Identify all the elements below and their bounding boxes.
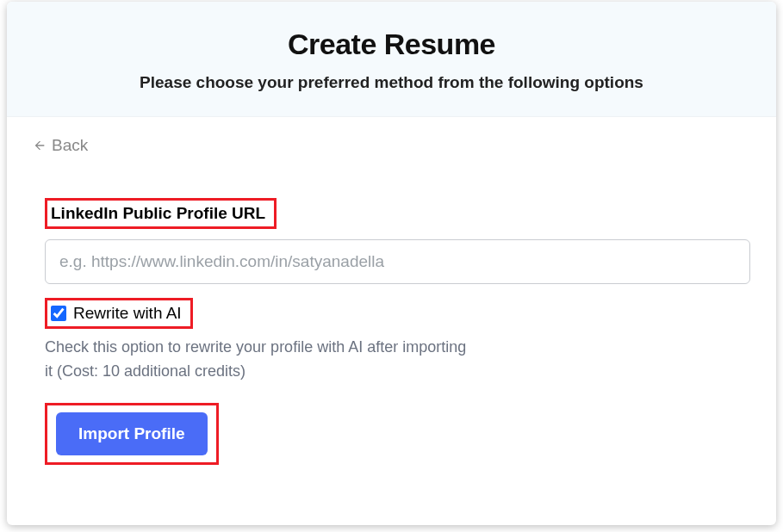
back-label: Back [52,136,88,155]
linkedin-url-input[interactable] [45,239,750,284]
highlight-box-url-label: LinkedIn Public Profile URL [45,198,277,229]
back-button[interactable]: Back [33,136,88,155]
card-content: Back LinkedIn Public Profile URL Rewrite… [7,117,776,491]
card-header: Create Resume Please choose your preferr… [7,2,776,117]
rewrite-help-text: Check this option to rewrite your profil… [45,336,475,384]
highlight-box-rewrite: Rewrite with AI [45,298,193,329]
arrow-left-icon [33,139,47,152]
rewrite-checkbox[interactable] [51,306,66,321]
rewrite-checkbox-label: Rewrite with AI [73,304,182,323]
page-title: Create Resume [24,28,759,61]
import-profile-button[interactable]: Import Profile [56,412,208,455]
highlight-box-import: Import Profile [45,403,219,465]
create-resume-card: Create Resume Please choose your preferr… [7,2,776,525]
url-field-label: LinkedIn Public Profile URL [51,204,265,223]
rewrite-checkbox-row[interactable]: Rewrite with AI [51,304,182,323]
import-form: LinkedIn Public Profile URL Rewrite with… [33,198,750,465]
page-subtitle: Please choose your preferred method from… [24,73,759,92]
